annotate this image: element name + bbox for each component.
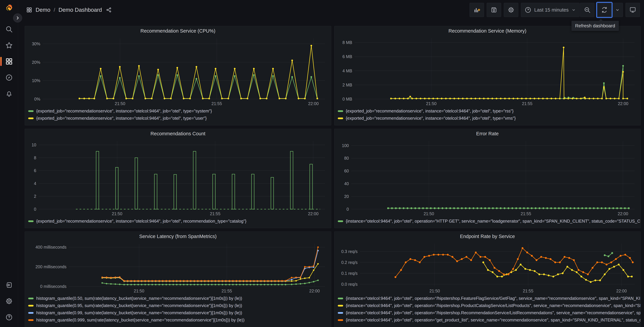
svg-text:20: 20	[344, 194, 349, 199]
legend-label: histogram_quantile(0.95, sum(rate(latenc…	[36, 303, 242, 308]
sidebar-item-settings[interactable]	[4, 296, 14, 306]
panel-title[interactable]: Recommendations Count	[25, 129, 331, 138]
sign-in-icon	[5, 281, 13, 289]
legend-item[interactable]: {instance="otelcol:9464", job="otel", op…	[338, 316, 641, 324]
legend-item[interactable]: histogram_quantile(0.50, sum(rate(latenc…	[28, 295, 331, 302]
time-range-picker[interactable]: Last 15 minutes	[521, 3, 580, 17]
breadcrumb-section[interactable]: Demo	[36, 7, 50, 13]
legend-swatch	[28, 220, 34, 222]
share-icon[interactable]	[106, 7, 112, 13]
panel-title[interactable]: Error Rate	[334, 129, 641, 138]
sidebar-item-starred[interactable]	[4, 40, 14, 51]
panel-title[interactable]: Service Latency (from SpanMetrics)	[25, 232, 331, 241]
breadcrumb: Demo / Demo Dashboard	[26, 7, 112, 13]
svg-text:21:55: 21:55	[222, 288, 232, 293]
recommendations-count-chart[interactable]: 21:5021:5522:000246810	[26, 138, 330, 217]
left-sidebar	[0, 0, 18, 327]
legend-item[interactable]: {exported_job="recommendationservice", i…	[338, 115, 641, 122]
legend-item[interactable]: {exported_job="recommendationservice", i…	[28, 115, 331, 122]
legend-swatch	[338, 220, 343, 222]
svg-text:8 MB: 8 MB	[342, 40, 352, 45]
panel-title[interactable]: Recommendation Service (CPU%)	[25, 26, 331, 36]
legend-swatch	[28, 305, 34, 306]
legend-item[interactable]: {exported_job="recommendationservice", i…	[338, 108, 641, 115]
svg-text:40: 40	[344, 181, 349, 186]
endpoint-rate-chart[interactable]: 21:5021:5522:000.0 req/s0.1 req/s0.2 req…	[336, 241, 639, 294]
legend-item[interactable]: {instance="otelcol:9464", job="otel", op…	[338, 302, 641, 309]
refresh-tooltip: Refresh dashboard	[572, 21, 619, 31]
svg-text:22:00: 22:00	[618, 101, 628, 106]
expand-sidebar-button[interactable]	[13, 14, 22, 22]
svg-text:100: 100	[342, 143, 349, 148]
legend-swatch	[338, 312, 343, 314]
legend-swatch	[338, 110, 343, 112]
service-latency-chart[interactable]: 21:5021:5522:000 milliseconds200 millise…	[26, 241, 330, 294]
sidebar-item-alerting[interactable]	[4, 88, 14, 99]
legend: {instance="otelcol:9464", job="otel", op…	[338, 218, 641, 225]
svg-text:0.3 req/s: 0.3 req/s	[341, 249, 358, 254]
memory-chart[interactable]: 21:5021:5522:000 MB2 MB4 MB6 MB8 MB	[336, 36, 639, 107]
legend-item[interactable]: {exported_job="recommendationservice", i…	[28, 218, 331, 225]
panel-recommendation-service-cpu: Recommendation Service (CPU%) 21:5021:55…	[25, 26, 331, 126]
legend-item[interactable]: {instance="otelcol:9464", job="otel", op…	[338, 309, 641, 316]
legend: {exported_job="recommendationservice", i…	[338, 108, 641, 122]
chevron-right-icon	[16, 16, 20, 20]
sidebar-item-dashboards[interactable]	[4, 56, 14, 67]
add-panel-button[interactable]	[470, 3, 484, 17]
refresh-interval-dropdown[interactable]	[612, 3, 623, 17]
legend-item[interactable]: {instance="otelcol:9464", job="otel", op…	[338, 295, 641, 302]
save-icon	[490, 6, 498, 14]
svg-text:0%: 0%	[34, 97, 40, 102]
svg-text:22:00: 22:00	[308, 211, 319, 216]
legend: histogram_quantile(0.50, sum(rate(latenc…	[28, 295, 331, 324]
legend-item[interactable]: histogram_quantile(0.99, sum(rate(latenc…	[28, 309, 331, 316]
refresh-dashboard-button[interactable]	[597, 3, 612, 17]
legend: {exported_job="recommendationservice", i…	[28, 108, 331, 122]
search-icon	[5, 25, 13, 33]
legend-label: {exported_job="recommendationservice", i…	[346, 116, 516, 121]
legend-swatch	[28, 312, 34, 314]
cpu-chart[interactable]: 21:5021:5522:000%10%20%30%	[26, 36, 330, 107]
legend-label: {instance="otelcol:9464", job="otel", op…	[346, 310, 641, 315]
legend-swatch	[28, 110, 34, 112]
legend-label: {exported_job="recommendationservice", i…	[346, 108, 514, 114]
svg-text:200 milliseconds: 200 milliseconds	[36, 264, 66, 269]
panel-title[interactable]: Endpoint Rate by Service	[334, 232, 641, 241]
svg-text:10%: 10%	[32, 78, 40, 83]
legend-item[interactable]: histogram_quantile(0.999, sum(rate(laten…	[28, 316, 331, 324]
legend-item[interactable]: histogram_quantile(0.95, sum(rate(latenc…	[28, 302, 331, 309]
refresh-icon	[601, 6, 608, 14]
save-dashboard-button[interactable]	[487, 3, 501, 17]
panel-recommendations-count: Recommendations Count 21:5021:5522:00024…	[25, 129, 331, 228]
kiosk-mode-button[interactable]	[626, 3, 640, 17]
legend-swatch	[338, 319, 343, 321]
legend-item[interactable]: {instance="otelcol:9464", job="otel", op…	[338, 218, 641, 225]
svg-text:21:55: 21:55	[212, 101, 222, 106]
svg-text:21:50: 21:50	[134, 288, 144, 293]
svg-text:0 MB: 0 MB	[342, 97, 352, 102]
svg-text:6: 6	[34, 168, 36, 173]
zoom-out-time-button[interactable]	[580, 3, 594, 17]
sidebar-item-explore[interactable]	[4, 72, 14, 83]
chevron-down-icon	[571, 8, 576, 12]
clock-icon	[524, 6, 532, 14]
legend-swatch	[28, 319, 34, 321]
svg-text:21:55: 21:55	[520, 211, 531, 216]
svg-text:21:55: 21:55	[523, 288, 533, 293]
dashboard-settings-button[interactable]	[504, 3, 518, 17]
legend-label: {instance="otelcol:9464", job="otel", op…	[346, 318, 641, 322]
zoom-out-icon	[584, 6, 591, 14]
sidebar-item-help[interactable]	[4, 312, 14, 323]
legend-item[interactable]: {exported_job="recommendationservice", i…	[28, 108, 331, 115]
sidebar-item-search[interactable]	[4, 24, 14, 34]
time-range-label: Last 15 minutes	[534, 7, 568, 13]
svg-text:4 MB: 4 MB	[342, 68, 352, 73]
dashboard-toolbar: Last 15 minutes	[470, 3, 640, 17]
panel-service-latency: Service Latency (from SpanMetrics) 21:50…	[25, 232, 331, 327]
error-rate-chart[interactable]: 21:5021:5522:00020406080100	[336, 138, 639, 217]
sidebar-item-sign-in[interactable]	[4, 280, 14, 290]
panel-recommendation-service-memory: Recommendation Service (Memory) 21:5021:…	[334, 26, 641, 126]
svg-text:0: 0	[346, 207, 349, 212]
legend-label: {instance="otelcol:9464", job="otel", op…	[346, 219, 641, 224]
grafana-logo-icon[interactable]	[4, 4, 14, 14]
